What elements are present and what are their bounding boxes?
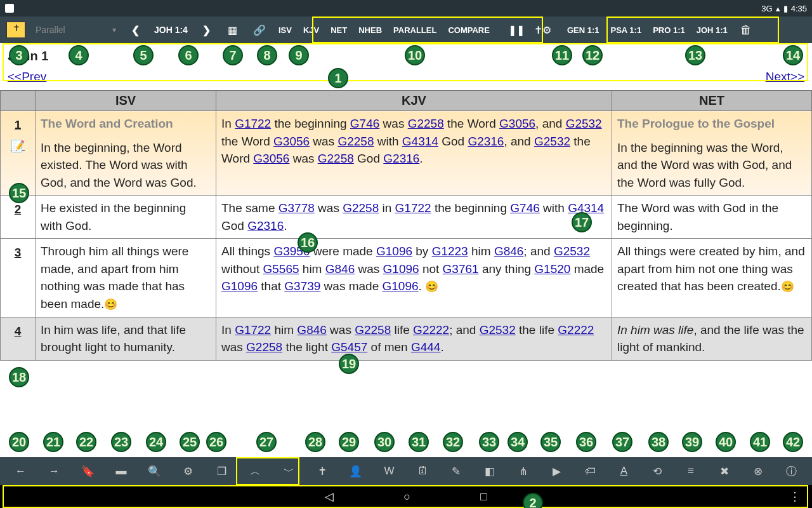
person-icon[interactable]: 👤 <box>339 465 372 478</box>
verse-num-2[interactable]: 2 <box>15 203 22 216</box>
strong-g1096[interactable]: G1096 <box>376 244 412 258</box>
strong-g2316[interactable]: G2316 <box>247 219 284 232</box>
verse-num-1[interactable]: 1 <box>15 118 22 131</box>
verse-num-3[interactable]: 3 <box>15 246 22 259</box>
gear-icon[interactable]: ⚙ <box>171 465 205 478</box>
search-icon[interactable]: 🔍 <box>138 465 171 478</box>
tag-icon[interactable]: 🏷 <box>573 465 607 478</box>
strong-g846[interactable]: G846 <box>494 244 523 258</box>
verse-row-2[interactable]: 2 He existed in the beginning with God. … <box>1 196 812 239</box>
version-isv[interactable]: ISV <box>273 25 298 35</box>
strong-g2222[interactable]: G2222 <box>558 323 594 337</box>
strong-g2532[interactable]: G2532 <box>566 117 602 130</box>
version-kjv[interactable]: KJV <box>298 25 325 35</box>
qr-icon[interactable]: ▦ <box>219 24 246 36</box>
nav-home-icon[interactable]: ○ <box>403 490 410 504</box>
nav-menu-icon[interactable]: ⋮ <box>789 490 801 504</box>
nav-recent-icon[interactable]: □ <box>480 490 487 504</box>
strong-g746[interactable]: G746 <box>510 201 539 215</box>
strong-g2316[interactable]: G2316 <box>468 135 504 148</box>
strong-g2222[interactable]: G2222 <box>413 323 449 337</box>
strong-g746[interactable]: G746 <box>350 117 379 130</box>
edit-icon[interactable]: ✎ <box>440 465 473 478</box>
strong-g2532[interactable]: G2532 <box>534 135 570 148</box>
version-nheb[interactable]: NHEB <box>353 25 388 35</box>
app-icon[interactable] <box>6 22 25 38</box>
strong-g3739[interactable]: G3739 <box>284 279 320 293</box>
tag-bookmark-icon[interactable]: ◧ <box>473 465 507 478</box>
strong-g2316[interactable]: G2316 <box>383 152 419 165</box>
nav-back-icon[interactable]: ◁ <box>325 490 334 504</box>
up-icon[interactable]: ︿ <box>239 464 272 479</box>
next-link[interactable]: Next>> <box>766 70 804 84</box>
trash-icon[interactable]: 🗑 <box>733 23 759 37</box>
link-icon[interactable]: 🔗 <box>246 24 273 36</box>
verse-row-4[interactable]: 4 In him was life, and that life brought… <box>1 317 812 360</box>
verse-row-3[interactable]: 3 Through him all things were made, and … <box>1 239 812 317</box>
strong-g2258[interactable]: G2258 <box>318 152 354 165</box>
close-icon[interactable]: ⊗ <box>741 465 775 478</box>
strong-g1722[interactable]: G1722 <box>395 201 431 215</box>
sync-icon[interactable]: ⟲ <box>641 465 674 478</box>
version-parallel[interactable]: PARALLEL <box>388 25 442 35</box>
note-icon[interactable]: 📝 <box>6 138 30 154</box>
columns-icon[interactable]: ❚❚ <box>503 24 530 36</box>
split-icon[interactable]: ≡ <box>674 465 708 478</box>
version-net[interactable]: NET <box>325 25 353 35</box>
info-icon[interactable]: ⓘ <box>775 464 808 479</box>
bookmark-joh[interactable]: JOH 1:1 <box>691 25 733 35</box>
bookmark-pro[interactable]: PRO 1:1 <box>647 25 691 35</box>
strong-g5565[interactable]: G5565 <box>263 262 299 276</box>
share-icon[interactable]: ⋔ <box>506 465 540 478</box>
strong-g4314[interactable]: G4314 <box>568 201 604 215</box>
strong-g2258[interactable]: G2258 <box>355 323 391 337</box>
play-icon[interactable]: ▶ <box>540 465 573 478</box>
bookmark-icon[interactable]: 🔖 <box>71 465 105 478</box>
strong-g2532[interactable]: G2532 <box>554 244 590 258</box>
strong-g3956[interactable]: G3956 <box>273 244 310 258</box>
strong-g3056[interactable]: G3056 <box>273 135 310 148</box>
highlight-icon[interactable]: ▬ <box>104 465 138 478</box>
word-icon[interactable]: W <box>372 465 406 478</box>
prev-link[interactable]: <<Prev <box>8 70 46 84</box>
strong-g1096[interactable]: G1096 <box>383 279 419 293</box>
bible-icon[interactable]: ✝ <box>305 465 339 478</box>
strong-g4314[interactable]: G4314 <box>402 135 438 148</box>
strong-g3056[interactable]: G3056 <box>253 152 289 165</box>
verse-row-1[interactable]: 1📝 The Word and CreationIn the beginning… <box>1 111 812 196</box>
tools-icon[interactable]: ✖ <box>707 465 741 478</box>
strong-g2258[interactable]: G2258 <box>337 135 374 148</box>
strong-g5457[interactable]: G5457 <box>331 340 367 354</box>
strong-g1722[interactable]: G1722 <box>235 323 271 337</box>
version-compare[interactable]: COMPARE <box>442 25 495 35</box>
strong-g1223[interactable]: G1223 <box>432 244 468 258</box>
strong-g3778[interactable]: G3778 <box>278 201 315 215</box>
verse-num-4[interactable]: 4 <box>15 324 22 338</box>
strong-g1096[interactable]: G1096 <box>383 262 419 276</box>
next-chapter-button[interactable]: ❯ <box>194 24 219 36</box>
strong-g2258[interactable]: G2258 <box>343 201 379 215</box>
strong-g846[interactable]: G846 <box>325 262 355 276</box>
reference-button[interactable]: JOH 1:4 <box>148 25 194 35</box>
cross-settings-icon[interactable]: ✝⚙ <box>530 24 556 36</box>
strong-g846[interactable]: G846 <box>297 323 326 337</box>
font-icon[interactable]: A <box>607 465 641 478</box>
back-icon[interactable]: ← <box>4 465 37 478</box>
prev-chapter-button[interactable]: ❮ <box>122 24 148 36</box>
bookmark-gen[interactable]: GEN 1:1 <box>561 25 605 35</box>
strong-g1722[interactable]: G1722 <box>235 117 271 130</box>
mode-spinner[interactable]: Parallel ▾ <box>30 25 122 35</box>
bookmark-psa[interactable]: PSA 1:1 <box>605 25 647 35</box>
strong-g3761[interactable]: G3761 <box>443 262 479 276</box>
strong-g2258[interactable]: G2258 <box>246 340 282 354</box>
calendar-icon[interactable]: 🗓 <box>406 465 440 478</box>
strong-g3056[interactable]: G3056 <box>499 117 535 130</box>
strong-g1520[interactable]: G1520 <box>534 262 570 276</box>
strong-g2258[interactable]: G2258 <box>408 117 444 130</box>
forward-icon[interactable]: → <box>37 465 71 478</box>
strong-g444[interactable]: G444 <box>411 340 440 354</box>
copy-icon[interactable]: ❐ <box>205 465 239 478</box>
strong-g1096[interactable]: G1096 <box>221 279 258 293</box>
down-icon[interactable]: ﹀ <box>272 464 306 479</box>
strong-g2532[interactable]: G2532 <box>480 323 516 337</box>
